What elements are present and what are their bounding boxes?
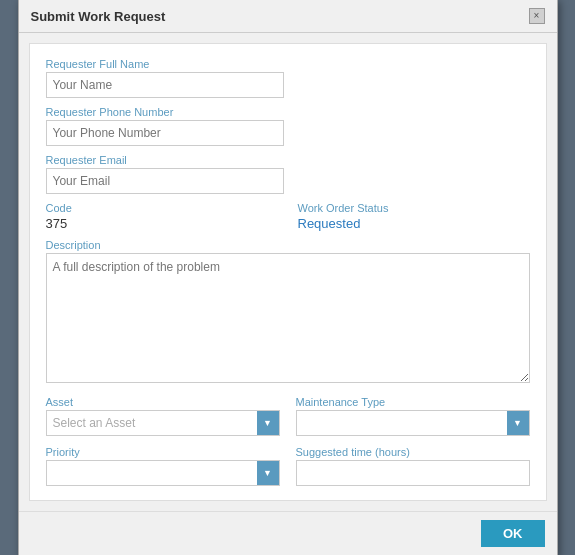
asset-dropdown-arrow[interactable] xyxy=(257,411,279,435)
priority-group: Priority xyxy=(46,446,280,486)
asset-label: Asset xyxy=(46,396,280,408)
description-textarea[interactable] xyxy=(46,253,530,383)
ok-button[interactable]: OK xyxy=(481,520,545,547)
code-value: 375 xyxy=(46,216,278,231)
description-label: Description xyxy=(46,239,530,251)
requester-phone-input[interactable] xyxy=(46,120,284,146)
priority-label: Priority xyxy=(46,446,280,458)
suggested-time-label: Suggested time (hours) xyxy=(296,446,530,458)
asset-select[interactable]: Select an Asset xyxy=(46,410,280,436)
suggested-time-input[interactable] xyxy=(296,460,530,486)
priority-dropdown-arrow[interactable] xyxy=(257,461,279,485)
close-button[interactable]: × xyxy=(529,8,545,24)
requester-email-label: Requester Email xyxy=(46,154,530,166)
requester-name-label: Requester Full Name xyxy=(46,58,530,70)
maintenance-type-select-text xyxy=(297,419,507,427)
dialog-title: Submit Work Request xyxy=(31,9,166,24)
requester-name-input[interactable] xyxy=(46,72,284,98)
dialog-body: Requester Full Name Requester Phone Numb… xyxy=(29,43,547,501)
maintenance-type-select[interactable] xyxy=(296,410,530,436)
requester-phone-group: Requester Phone Number xyxy=(46,106,530,146)
maintenance-type-group: Maintenance Type xyxy=(296,396,530,436)
dialog-footer: OK xyxy=(19,511,557,555)
asset-select-text: Select an Asset xyxy=(47,412,257,434)
bottom-fields-row: Asset Select an Asset Maintenance Type xyxy=(46,396,530,436)
requester-email-input[interactable] xyxy=(46,168,284,194)
work-order-status-group: Work Order Status Requested xyxy=(298,202,530,231)
submit-work-request-dialog: Submit Work Request × Requester Full Nam… xyxy=(18,0,558,555)
requester-name-group: Requester Full Name xyxy=(46,58,530,98)
priority-select-text xyxy=(47,469,257,477)
work-order-status-label: Work Order Status xyxy=(298,202,530,214)
description-group: Description xyxy=(46,239,530,386)
requester-email-group: Requester Email xyxy=(46,154,530,194)
maintenance-type-label: Maintenance Type xyxy=(296,396,530,408)
maintenance-type-dropdown-arrow[interactable] xyxy=(507,411,529,435)
priority-select[interactable] xyxy=(46,460,280,486)
work-order-status-value: Requested xyxy=(298,216,530,231)
requester-phone-label: Requester Phone Number xyxy=(46,106,530,118)
dialog-titlebar: Submit Work Request × xyxy=(19,0,557,33)
suggested-time-group: Suggested time (hours) xyxy=(296,446,530,486)
code-status-row: Code 375 Work Order Status Requested xyxy=(46,202,530,231)
priority-time-row: Priority Suggested time (hours) xyxy=(46,446,530,486)
code-group: Code 375 xyxy=(46,202,278,231)
asset-group: Asset Select an Asset xyxy=(46,396,280,436)
code-label: Code xyxy=(46,202,278,214)
